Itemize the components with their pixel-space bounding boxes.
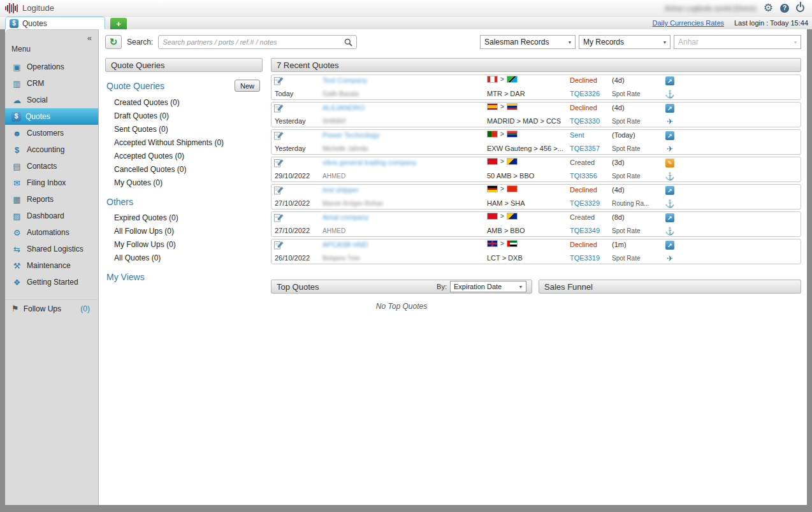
quote-row[interactable]: 26/10/2022 APCASB HND Belqees Tree [271, 239, 801, 264]
quote-ref-link[interactable]: TQE3329 [570, 199, 612, 207]
origin-flag-icon [487, 131, 498, 138]
menu-item-icon [11, 96, 22, 104]
daily-currencies-link[interactable]: Daily Currencies Rates [653, 19, 724, 27]
quote-row[interactable]: 27/10/2022 test shipper Marvin Kröger-Ro… [271, 184, 801, 210]
sidebar-item[interactable]: Customers [5, 125, 98, 141]
quote-row[interactable]: Today Test Company Galih Basala [271, 75, 801, 100]
search-input[interactable] [163, 38, 344, 46]
sidebar-item[interactable]: Maintenance [5, 257, 98, 274]
quote-ref-link[interactable]: TQE3349 [570, 227, 612, 234]
query-list-item[interactable]: All Follow Ups (0) [106, 224, 263, 238]
quote-ref-link[interactable]: TQE3326 [570, 90, 612, 97]
quote-ref-link[interactable]: TQI3356 [570, 172, 612, 180]
help-icon[interactable]: ? [780, 4, 789, 13]
quote-row[interactable]: Yesterday ALEJANDRO SHINNY [271, 102, 801, 127]
recent-quotes-list: Today Test Company Galih Basala [271, 75, 801, 264]
note-icon[interactable] [274, 213, 323, 225]
sidebar-item[interactable]: Contacts [5, 158, 98, 174]
note-icon[interactable] [274, 185, 323, 197]
sidebar-item[interactable]: Automations [5, 224, 98, 241]
quote-action-icon[interactable] [665, 213, 674, 222]
note-icon[interactable] [274, 240, 323, 252]
quote-date: Today [274, 90, 323, 97]
logo-text: Logitude [22, 3, 54, 13]
quote-action-icon[interactable] [665, 76, 674, 85]
my-records-select[interactable]: My Records ▼ [579, 35, 671, 49]
quote-action-icon[interactable] [665, 186, 674, 195]
quote-ref-link[interactable]: TQE3357 [570, 145, 612, 152]
origin-flag-icon [487, 158, 498, 165]
query-list-item[interactable]: Created Quotes (0) [106, 96, 263, 109]
destination-flag-icon [507, 103, 518, 110]
quote-age: (3d) [612, 159, 662, 166]
section-title-my-views: My Views [106, 272, 263, 282]
menu-item-icon [11, 80, 22, 88]
quote-action-icon[interactable] [665, 131, 674, 140]
query-list-item[interactable]: Draft Quotes (0) [106, 109, 263, 122]
note-icon[interactable] [274, 131, 323, 143]
sidebar-item[interactable]: Dashboard [5, 208, 98, 224]
sidebar-item[interactable]: Getting Started [5, 274, 98, 290]
quote-ref-link[interactable]: TQE3319 [570, 254, 612, 262]
sidebar-collapse-icon[interactable]: « [81, 32, 98, 43]
quote-action-icon[interactable] [665, 104, 674, 113]
sidebar-item-follow-ups[interactable]: ⚑ Follow Ups (0) [5, 299, 98, 317]
query-list-item[interactable]: My Quotes (0) [106, 176, 263, 189]
origin-flag-icon [487, 185, 498, 192]
new-query-button[interactable]: New [235, 80, 260, 92]
sidebar-item[interactable]: Quotes [5, 108, 98, 125]
sidebar-item[interactable]: Accounting [5, 141, 98, 158]
top-quotes-sort-select[interactable]: Expiration Date ▼ [450, 281, 526, 292]
route-text: 50 AMB > BBO [487, 172, 570, 180]
query-list-item[interactable]: Accepted Quotes (0) [106, 149, 263, 162]
query-list-item[interactable]: Sent Quotes (0) [106, 122, 263, 136]
route-text: AMB > BBO [487, 227, 570, 234]
transport-mode-icon [665, 200, 675, 208]
sidebar-item[interactable]: Shared Logistics [5, 241, 98, 257]
query-list-item[interactable]: My Follow Ups (0) [106, 238, 263, 251]
quote-row[interactable]: Yesterday Power Technology Michelle Jahn… [271, 129, 801, 155]
refresh-button[interactable]: ↻ [105, 35, 122, 49]
tab-quotes[interactable]: $ Quotes [5, 17, 105, 29]
quote-ref-link[interactable]: TQE3330 [570, 117, 612, 125]
quote-action-icon[interactable] [665, 159, 674, 167]
user-filter-select[interactable]: Anhar ▼ [674, 35, 801, 49]
company-link[interactable]: Test Company [323, 76, 487, 84]
company-link[interactable]: ALEJANDRO [323, 104, 487, 111]
sidebar-item[interactable]: Filing Inbox [5, 174, 98, 191]
transport-mode-icon [665, 173, 675, 180]
route-arrow: > [500, 213, 504, 220]
query-list-item[interactable]: Expired Quotes (0) [106, 211, 263, 224]
query-list-item[interactable]: All Quotes (0) [106, 251, 263, 264]
sidebar-item[interactable]: CRM [5, 75, 98, 92]
new-tab-button[interactable]: + [110, 18, 127, 29]
note-icon[interactable] [274, 103, 323, 115]
settings-gear-icon[interactable]: ⚙ [764, 3, 773, 13]
logout-power-icon[interactable] [796, 4, 804, 12]
sidebar-item[interactable]: Operations [5, 59, 98, 75]
origin-flag-icon [487, 103, 498, 110]
company-link[interactable]: Power Technology [323, 131, 487, 139]
query-list-item[interactable]: Cancelled Quotes (0) [106, 162, 263, 176]
salesman-records-select[interactable]: Salesman Records ▼ [480, 35, 576, 49]
note-icon[interactable] [274, 158, 323, 170]
quote-action-icon[interactable] [665, 241, 674, 250]
query-list-item[interactable]: Accepted Without Shipments (0) [106, 136, 263, 149]
company-link[interactable]: test shipper [323, 186, 487, 194]
route-text: EXW Gauteng > 456 >... [487, 145, 570, 152]
rate-type: Spot Rate [612, 173, 662, 180]
sidebar-item[interactable]: Reports [5, 191, 98, 208]
company-link[interactable]: APCASB HND [323, 241, 487, 248]
company-link[interactable]: vikra general trading company [323, 159, 487, 166]
company-link[interactable]: Amal company [323, 213, 487, 221]
sidebar-item-label: Dashboard [27, 211, 64, 220]
sidebar-item[interactable]: Social [5, 92, 98, 108]
quote-row[interactable]: 27/10/2022 Amal company AHMED [271, 211, 801, 237]
menu-item-icon [11, 112, 21, 122]
note-icon[interactable] [274, 76, 323, 88]
search-box [158, 35, 357, 49]
search-icon[interactable] [344, 38, 352, 46]
sidebar-item-label: Getting Started [27, 278, 78, 287]
quote-age: (4d) [612, 76, 662, 84]
quote-row[interactable]: 29/10/2022 vikra general trading company… [271, 157, 801, 182]
